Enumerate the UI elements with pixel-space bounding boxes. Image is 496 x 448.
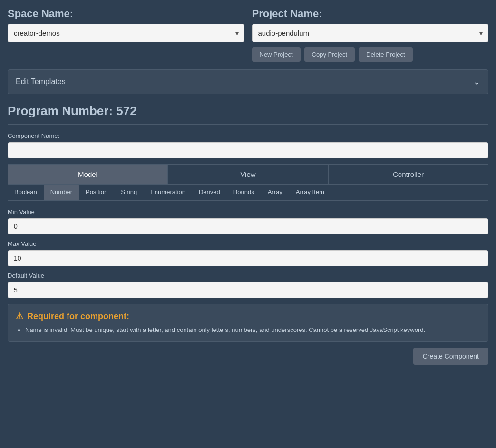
validation-item: Name is invalid. Must be unique, start w… <box>25 325 480 335</box>
validation-title-text: Required for component: <box>27 312 129 321</box>
bottom-bar: Create Component <box>8 348 488 365</box>
component-name-input[interactable] <box>8 142 488 158</box>
space-name-select[interactable]: creator-demos <box>8 24 244 42</box>
type-tab-derived[interactable]: Derived <box>192 185 227 200</box>
create-component-button[interactable]: Create Component <box>413 348 488 365</box>
edit-templates-chevron-icon: ⌄ <box>473 77 480 87</box>
min-value-label: Min Value <box>8 208 488 215</box>
type-tab-boolean[interactable]: Boolean <box>8 185 44 200</box>
max-value-section: Max Value <box>8 240 488 266</box>
delete-project-button[interactable]: Delete Project <box>359 47 413 62</box>
validation-title: ⚠ Required for component: <box>16 311 480 321</box>
tab-view[interactable]: View <box>168 164 328 185</box>
max-value-input[interactable] <box>8 250 488 266</box>
type-tab-array[interactable]: Array <box>261 185 289 200</box>
default-value-label: Default Value <box>8 272 488 279</box>
space-name-label: Space Name: <box>8 8 244 20</box>
min-value-input[interactable] <box>8 218 488 234</box>
main-container: Space Name: creator-demos ▾ Project Name… <box>0 0 496 448</box>
min-value-section: Min Value <box>8 208 488 234</box>
project-name-group: Project Name: audio-pendulum ▾ New Proje… <box>252 8 489 62</box>
project-name-select[interactable]: audio-pendulum <box>252 24 489 42</box>
new-project-button[interactable]: New Project <box>252 47 301 62</box>
project-name-label: Project Name: <box>252 8 489 20</box>
mvc-tabs: Model View Controller <box>8 164 488 185</box>
divider <box>8 124 488 125</box>
default-value-input[interactable] <box>8 282 488 298</box>
type-tab-bounds[interactable]: Bounds <box>227 185 261 200</box>
type-tab-enumeration[interactable]: Enumeration <box>144 185 192 200</box>
type-tabs: Boolean Number Position String Enumerati… <box>8 185 488 201</box>
program-number-title: Program Number: 572 <box>8 104 488 118</box>
type-tab-position[interactable]: Position <box>79 185 114 200</box>
project-name-wrapper: audio-pendulum ▾ <box>252 24 489 42</box>
component-name-section: Component Name: <box>8 132 488 158</box>
project-buttons: New Project Copy Project Delete Project <box>252 47 489 62</box>
default-value-section: Default Value <box>8 272 488 298</box>
validation-list: Name is invalid. Must be unique, start w… <box>16 325 480 335</box>
warning-icon: ⚠ <box>16 311 23 321</box>
edit-templates-label: Edit Templates <box>16 78 66 86</box>
type-tab-number[interactable]: Number <box>44 185 79 200</box>
program-number-section: Program Number: 572 <box>8 104 488 125</box>
tab-controller[interactable]: Controller <box>328 164 488 185</box>
top-section: Space Name: creator-demos ▾ Project Name… <box>8 8 488 62</box>
space-name-wrapper: creator-demos ▾ <box>8 24 244 42</box>
edit-templates-bar[interactable]: Edit Templates ⌄ <box>8 69 488 94</box>
space-name-group: Space Name: creator-demos ▾ <box>8 8 244 62</box>
type-tab-array-item[interactable]: Array Item <box>289 185 331 200</box>
copy-project-button[interactable]: Copy Project <box>304 47 355 62</box>
max-value-label: Max Value <box>8 240 488 247</box>
tab-model[interactable]: Model <box>8 164 168 185</box>
component-name-label: Component Name: <box>8 132 488 139</box>
validation-section: ⚠ Required for component: Name is invali… <box>8 304 488 342</box>
type-tab-string[interactable]: String <box>114 185 144 200</box>
